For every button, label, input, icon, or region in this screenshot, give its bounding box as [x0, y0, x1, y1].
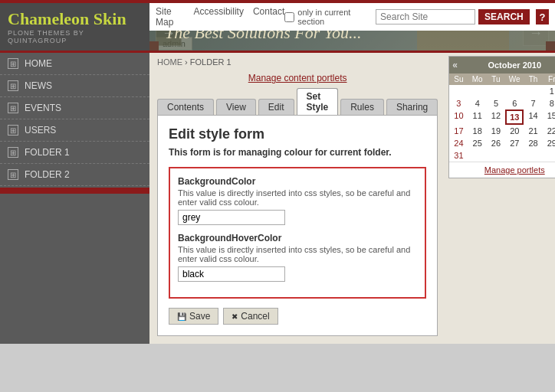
cal-day-22[interactable]: 22	[543, 125, 555, 137]
cal-day-24[interactable]: 24	[449, 137, 468, 149]
cal-day-10[interactable]: 10	[449, 109, 468, 125]
sidebar-icon-folder1	[8, 147, 18, 158]
manage-portlets-link[interactable]: Manage content portlets	[149, 71, 445, 88]
hero-text: The Best Solutions For You...	[165, 31, 540, 43]
sidebar-item-news[interactable]: NEWS	[0, 75, 149, 97]
form-description: This form is for managing colour for cur…	[169, 147, 426, 158]
tab-rules[interactable]: Rules	[340, 99, 384, 115]
cal-day-empty	[524, 149, 542, 162]
hero-overlay: The Best Solutions For You...	[149, 31, 555, 51]
cal-day-27[interactable]: 27	[505, 137, 524, 149]
cal-day-29[interactable]: 29	[543, 137, 555, 149]
cal-day-17[interactable]: 17	[449, 125, 468, 137]
sidebar-label-folder1: FOLDER 1	[25, 147, 70, 158]
tab-contents[interactable]: Contents	[157, 99, 214, 115]
calendar-header: « October 2010 »	[449, 57, 555, 74]
field-input-bg_color[interactable]	[178, 210, 285, 225]
calendar: « October 2010 » SuMoTuWeThFrSa 12345678…	[448, 56, 555, 178]
cal-day-empty	[505, 85, 524, 97]
cancel-button[interactable]: ✖ Cancel	[223, 308, 278, 325]
cal-day-header-fr: Fr	[543, 74, 555, 85]
tabs: ContentsViewEditSet StyleRulesSharing	[149, 88, 445, 115]
cal-day-13[interactable]: 13	[505, 109, 524, 125]
cal-day-header-tu: Tu	[487, 74, 505, 85]
help-button[interactable]: ?	[536, 9, 549, 24]
calendar-days: 1234567891011121314151617181920212223242…	[449, 85, 555, 162]
cal-day-empty	[487, 85, 505, 97]
field-group-bg_hover_color: BackgroundHoverColor This value is direc…	[178, 233, 417, 282]
sidebar-icon-home	[8, 58, 18, 69]
sidebar-footer	[0, 188, 149, 194]
form-buttons: 💾 Save ✖ Cancel	[169, 308, 426, 325]
cal-day-28[interactable]: 28	[524, 137, 542, 149]
only-section-checkbox[interactable]	[284, 12, 294, 22]
field-hint-bg_color: This value is directly inserted into css…	[178, 188, 417, 207]
field-label-bg_color: BackgroundColor	[178, 176, 417, 187]
cal-day-21[interactable]: 21	[524, 125, 542, 137]
cal-day-11[interactable]: 11	[468, 109, 487, 125]
only-section-label: only in current section	[297, 8, 366, 26]
cal-day-3[interactable]: 3	[449, 97, 468, 109]
field-input-bg_hover_color[interactable]	[178, 266, 285, 282]
content-area: HOME › FOLDER 1 Manage content portlets …	[149, 53, 445, 344]
site-map-link[interactable]: Site Map	[156, 6, 185, 28]
sidebar-label-folder2: FOLDER 2	[25, 169, 70, 180]
header: Chameleon Skin PLONE THEMES BY QUINTAGRO…	[0, 3, 555, 53]
cal-manage-portlets-link[interactable]: Manage portlets	[484, 165, 545, 175]
cal-day-6[interactable]: 6	[505, 97, 524, 109]
cal-day-19[interactable]: 19	[487, 125, 505, 137]
sidebar-label-home: HOME	[25, 58, 52, 69]
cal-day-empty	[468, 85, 487, 97]
tab-view[interactable]: View	[216, 99, 256, 115]
cal-day-4[interactable]: 4	[468, 97, 487, 109]
cal-day-empty	[487, 149, 505, 162]
logo-subtitle: PLONE THEMES BY QUINTAGROUP	[8, 29, 142, 44]
calendar-prev[interactable]: «	[452, 60, 458, 70]
sidebar-item-home[interactable]: HOME	[0, 53, 149, 75]
sidebar-item-users[interactable]: USERS	[0, 119, 149, 142]
cancel-icon: ✖	[232, 312, 238, 321]
sidebar-item-events[interactable]: EVENTS	[0, 97, 149, 119]
cal-day-12[interactable]: 12	[487, 109, 505, 125]
field-hint-bg_hover_color: This value is directly inserted into css…	[178, 245, 417, 263]
only-section-area: only in current section	[284, 8, 366, 26]
tab-sharing[interactable]: Sharing	[386, 99, 438, 115]
search-button[interactable]: SEARCH	[478, 9, 530, 24]
cal-day-26[interactable]: 26	[487, 137, 505, 149]
cal-day-5[interactable]: 5	[487, 97, 505, 109]
sidebar-icon-users	[8, 125, 18, 136]
cal-day-14[interactable]: 14	[524, 109, 542, 125]
cal-day-18[interactable]: 18	[468, 125, 487, 137]
sidebar-item-folder1[interactable]: FOLDER 1	[0, 142, 149, 164]
tab-setstyle[interactable]: Set Style	[297, 88, 339, 115]
cal-day-31[interactable]: 31	[449, 149, 468, 162]
tab-edit[interactable]: Edit	[258, 99, 294, 115]
cal-day-header-mo: Mo	[468, 74, 487, 85]
cal-day-1[interactable]: 1	[543, 85, 555, 97]
cal-day-15[interactable]: 15	[543, 109, 555, 125]
cal-day-7[interactable]: 7	[524, 97, 542, 109]
form-title: Edit style form	[169, 126, 426, 142]
breadcrumb-current: FOLDER 1	[190, 57, 232, 67]
accessibility-link[interactable]: Accessibility	[194, 6, 244, 28]
save-label: Save	[189, 311, 210, 322]
cal-day-8[interactable]: 8	[543, 97, 555, 109]
style-fields: BackgroundColor This value is directly i…	[169, 167, 426, 299]
breadcrumb-home[interactable]: HOME	[157, 57, 182, 67]
sidebar-item-folder2[interactable]: FOLDER 2	[0, 164, 149, 186]
nav-search-area: Site Map Accessibility Contact only in c…	[149, 3, 555, 51]
cal-day-20[interactable]: 20	[505, 125, 524, 137]
breadcrumb: HOME › FOLDER 1	[149, 53, 445, 71]
field-group-bg_color: BackgroundColor This value is directly i…	[178, 176, 417, 225]
cal-day-header-su: Su	[449, 74, 468, 85]
search-area: only in current section SEARCH ?	[284, 8, 549, 26]
save-button[interactable]: 💾 Save	[169, 308, 218, 325]
search-input[interactable]	[376, 9, 475, 24]
contact-link[interactable]: Contact	[253, 6, 284, 28]
calendar-title: October 2010	[488, 60, 541, 70]
cal-day-25[interactable]: 25	[468, 137, 487, 149]
sidebar: HOME NEWS EVENTS USERS FOLDER 1 FOLDER 2	[0, 53, 149, 344]
breadcrumb-separator: ›	[185, 57, 190, 67]
cal-day-empty	[468, 149, 487, 162]
cal-day-header-th: Th	[524, 74, 542, 85]
